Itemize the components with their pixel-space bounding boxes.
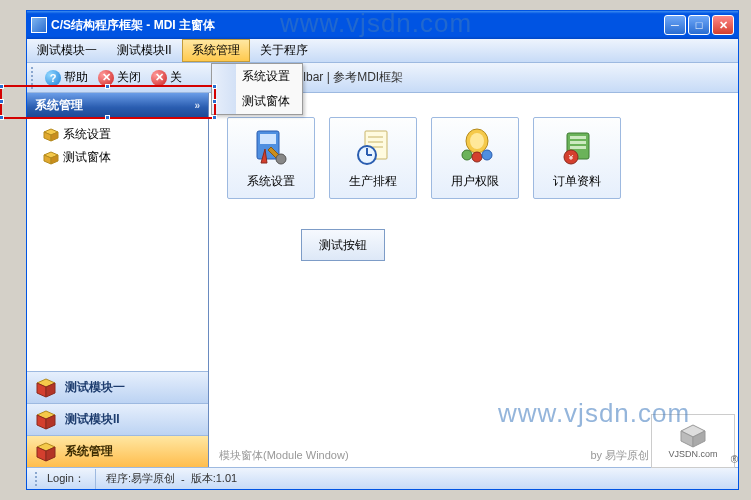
menu-system-management[interactable]: 系统管理 [182, 39, 250, 62]
svg-rect-33 [570, 146, 586, 149]
window-title: C/S结构程序框架 - MDI 主窗体 [51, 17, 664, 34]
nav-modules: 测试模块一 测试模块II 系统管理 [27, 371, 208, 467]
card-system-settings[interactable]: 系统设置 [227, 117, 315, 199]
menu-dropdown: 系统设置 测试窗体 [211, 63, 303, 115]
card-label: 订单资料 [553, 173, 601, 190]
footer-left: 模块窗体(Module Window) [219, 448, 349, 463]
menu-about[interactable]: 关于程序 [250, 39, 318, 62]
svg-rect-16 [260, 134, 276, 144]
card-label: 生产排程 [349, 173, 397, 190]
module-label: 系统管理 [65, 443, 113, 460]
close-label: 关闭 [117, 69, 141, 86]
module-label: 测试模块一 [65, 379, 125, 396]
tree-item-system-settings[interactable]: 系统设置 [31, 123, 204, 146]
tree-item-test-form[interactable]: 测试窗体 [31, 146, 204, 169]
navigation-panel: 系统管理 » 系统设置 测试窗体 测试模块一 [27, 93, 209, 467]
test-button-label: 测试按钮 [319, 237, 367, 254]
cube-icon [35, 377, 57, 399]
cube-icon [35, 441, 57, 463]
svg-point-28 [472, 152, 482, 162]
schedule-icon [353, 127, 393, 167]
close-partial-label: 关 [170, 69, 182, 86]
tree-label: 系统设置 [63, 126, 111, 143]
help-icon: ? [45, 70, 61, 86]
order-icon: ¥ [557, 127, 597, 167]
mdi-window: C/S结构程序框架 - MDI 主窗体 ─ □ ✕ 测试模块一 测试模块II 系… [26, 10, 739, 490]
svg-point-27 [462, 150, 472, 160]
card-order-info[interactable]: ¥ 订单资料 [533, 117, 621, 199]
logo-cube-icon [678, 423, 708, 449]
dropdown-test-form[interactable]: 测试窗体 [212, 89, 302, 114]
svg-point-29 [482, 150, 492, 160]
svg-rect-31 [570, 136, 586, 139]
vjsdn-logo: VJSDN.com ® [651, 414, 735, 468]
cube-icon [35, 409, 57, 431]
nav-module-1[interactable]: 测试模块一 [27, 371, 208, 403]
status-login: Login： [47, 471, 85, 486]
registered-icon: ® [731, 454, 738, 465]
module-label: 测试模块II [65, 411, 120, 428]
svg-rect-32 [570, 141, 586, 144]
svg-point-26 [470, 133, 484, 149]
nav-module-system-management[interactable]: 系统管理 [27, 435, 208, 467]
test-button[interactable]: 测试按钮 [301, 229, 385, 261]
card-label: 用户权限 [451, 173, 499, 190]
minimize-button[interactable]: ─ [664, 15, 686, 35]
dropdown-system-settings[interactable]: 系统设置 [212, 64, 302, 89]
svg-text:¥: ¥ [568, 153, 574, 162]
close-button[interactable]: ✕ [712, 15, 734, 35]
titlebar[interactable]: C/S结构程序框架 - MDI 主窗体 ─ □ ✕ [27, 11, 738, 39]
statusbar: Login： 程序:易学原创 - 版本:1.01 [27, 467, 738, 489]
nav-module-2[interactable]: 测试模块II [27, 403, 208, 435]
app-icon [31, 17, 47, 33]
nav-tree: 系统设置 测试窗体 [27, 117, 208, 371]
card-label: 系统设置 [247, 173, 295, 190]
help-label: 帮助 [64, 69, 88, 86]
card-production-schedule[interactable]: 生产排程 [329, 117, 417, 199]
menubar: 测试模块一 测试模块II 系统管理 关于程序 系统设置 测试窗体 [27, 39, 738, 63]
card-user-permissions[interactable]: 用户权限 [431, 117, 519, 199]
status-program: 程序:易学原创 [106, 471, 175, 486]
window-buttons: ─ □ ✕ [664, 15, 734, 35]
box-icon [43, 151, 59, 165]
tools-icon [251, 127, 291, 167]
content-area: 系统管理 » 系统设置 测试窗体 测试模块一 [27, 93, 738, 467]
users-icon [455, 127, 495, 167]
main-area: 系统设置 生产排程 用户权限 ¥ 订单资料 测试按钮 模块窗体 [209, 93, 738, 467]
separator [95, 469, 96, 489]
close-icon: ✕ [151, 70, 167, 86]
box-icon [43, 128, 59, 142]
svg-point-17 [276, 154, 286, 164]
status-version: 版本:1.01 [191, 471, 237, 486]
highlight-annotation [0, 85, 216, 119]
logo-text: VJSDN.com [668, 449, 717, 459]
menu-test-module-1[interactable]: 测试模块一 [27, 39, 107, 62]
menu-test-module-2[interactable]: 测试模块II [107, 39, 182, 62]
maximize-button[interactable]: □ [688, 15, 710, 35]
status-sep: - [181, 473, 185, 485]
statusbar-grip [35, 472, 41, 486]
toolbar-tail-text: oolbar | 参考MDI框架 [290, 69, 403, 86]
tree-label: 测试窗体 [63, 149, 111, 166]
